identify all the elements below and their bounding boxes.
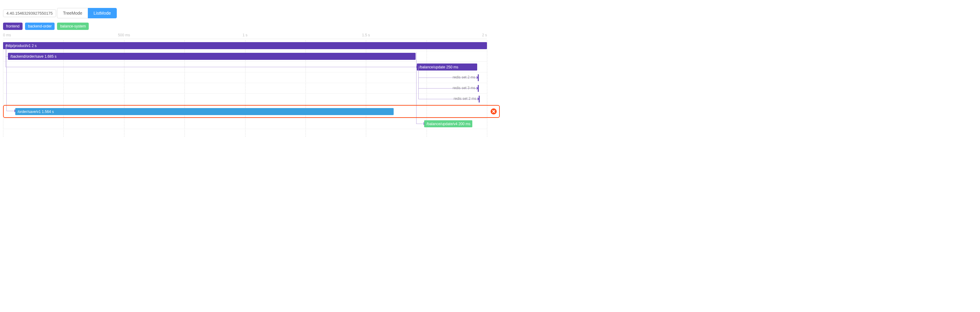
time-axis: 0 ms 500 ms 1 s 1.5 s 2 s — [3, 33, 487, 39]
error-icon[interactable] — [491, 108, 497, 115]
list-mode-button[interactable]: ListMode — [88, 8, 117, 18]
axis-tick-3: 1.5 s — [362, 33, 370, 37]
span-label-redis1: redis set 2 ms — [453, 75, 476, 79]
span-row: redis set 2 ms — [3, 94, 487, 104]
axis-tick-4: 2 s — [482, 33, 487, 37]
trace-id: 4.40.15463293927550175 — [3, 10, 56, 17]
span-row: /order/save/v1 1.564 s — [3, 104, 487, 118]
span-redis-set-3[interactable] — [479, 96, 480, 102]
span-balance-update[interactable]: /balance/update 250 ms — [417, 64, 477, 70]
axis-tick-2: 1 s — [242, 33, 247, 37]
span-http-product[interactable]: /http/product/v1 2 s — [3, 42, 487, 49]
service-legend: frontend backend-order balance-system — [3, 22, 487, 30]
span-row: /balance/update 250 ms — [3, 62, 487, 72]
legend-balance-system[interactable]: balance-system — [57, 22, 89, 30]
span-redis-set-1[interactable] — [478, 74, 479, 81]
legend-frontend[interactable]: frontend — [3, 22, 22, 30]
axis-tick-1: 500 ms — [118, 33, 130, 37]
span-balance-update-v4[interactable]: /balance/update/v4 200 ms — [424, 120, 473, 127]
span-row: /backend/order/save 1.685 s — [3, 51, 487, 62]
view-mode-toggle: TreeMode ListMode — [57, 8, 116, 18]
span-redis-set-2[interactable] — [478, 85, 479, 92]
span-label-redis3: redis set 2 ms — [454, 96, 477, 101]
span-row: /balance/update/v4 200 ms — [3, 118, 487, 129]
span-label-redis2: redis set 3 ms — [453, 86, 476, 90]
trace-timeline: 0 ms 500 ms 1 s 1.5 s 2 s /http/product/… — [3, 33, 487, 137]
span-row: /http/product/v1 2 s — [3, 40, 487, 51]
span-row: redis set 2 ms — [3, 72, 487, 83]
axis-tick-0: 0 ms — [3, 33, 11, 37]
span-row: redis set 3 ms — [3, 83, 487, 94]
legend-backend-order[interactable]: backend-order — [25, 22, 54, 30]
span-backend-order-save[interactable]: /backend/order/save 1.685 s — [8, 53, 415, 60]
span-rows: /http/product/v1 2 s /backend/order/save… — [3, 40, 487, 137]
span-order-save[interactable]: /order/save/v1 1.564 s — [15, 108, 394, 115]
tree-mode-button[interactable]: TreeMode — [57, 8, 88, 18]
